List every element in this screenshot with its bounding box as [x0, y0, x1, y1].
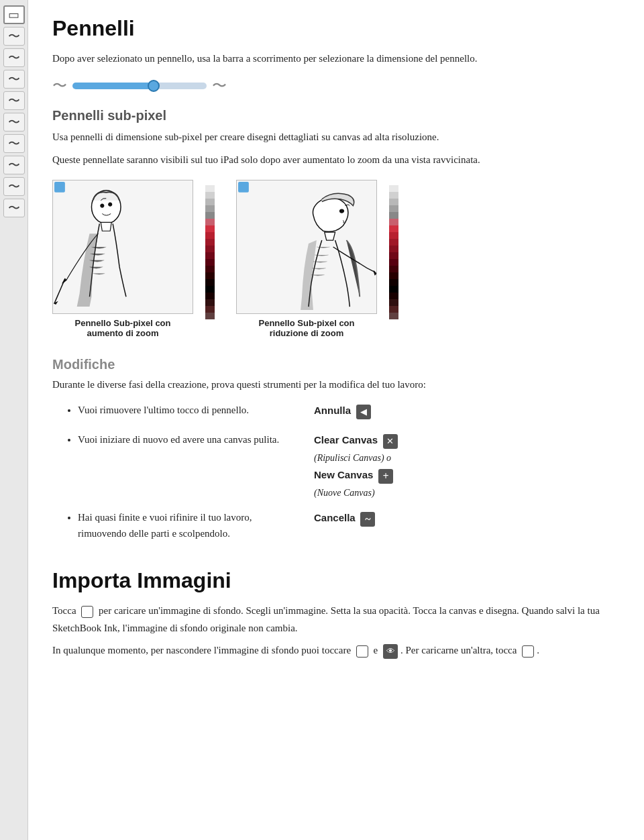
bullet-item-1: Vuoi rimuovere l'ultimo tocco di pennell… [78, 402, 301, 418]
modifiche-desc: Durante le diverse fasi della creazione,… [52, 376, 620, 392]
svg-rect-1 [54, 182, 65, 193]
bullet-col-2: Vuoi iniziare di nuovo ed avere una canv… [52, 431, 301, 453]
import-square-icon-3 [522, 645, 534, 658]
clear-canvas-parens: (Ripulisci Canvas) o [314, 453, 391, 463]
import-square-icon-1 [81, 606, 93, 618]
page-title: Pennelli [52, 16, 620, 41]
import-square-icon-2 [356, 645, 368, 658]
sidebar-item-1[interactable]: 〜 [3, 27, 25, 46]
subpixel-desc: Usa pennelli di dimensione sub-pixel per… [52, 129, 620, 145]
sidebar-item-7[interactable]: 〜 [3, 156, 25, 174]
sidebar-item-0[interactable]: ▭ [3, 5, 25, 24]
importa-section: Importa Immagini Tocca per caricare un'i… [52, 568, 620, 660]
image-subpixel-zoom-in [52, 180, 193, 314]
action-col-2: Clear Canvas (Ripulisci Canvas) o New Ca… [301, 431, 620, 501]
sidebar-item-3[interactable]: 〜 [3, 70, 25, 89]
modifiche-row-2: Vuoi iniziare di nuovo ed avere una canv… [52, 431, 620, 501]
importa-p2: In qualunque momento, per nascondere l'i… [52, 642, 620, 660]
image-block-1: Pennello Sub-pixel con aumento di zoom [52, 180, 193, 338]
cancella-label: Cancella [314, 512, 356, 523]
annulla-label: Annulla [314, 405, 351, 416]
sidebar-item-6[interactable]: 〜 [3, 134, 25, 153]
brush-size-slider-thumb[interactable] [148, 80, 160, 92]
action-col-1: Annulla [301, 402, 620, 420]
bullet-item-3: Hai quasi finite e vuoi rifinire il tuo … [78, 509, 301, 541]
main-content: Pennelli Dopo aver selezionato un pennel… [28, 0, 644, 840]
brush-size-slider-track[interactable] [72, 83, 207, 89]
new-canvas-icon [378, 469, 393, 484]
new-canvas-label: New Canvas [314, 469, 373, 480]
img2-caption: Pennello Sub-pixel con riduzione di zoom [239, 318, 374, 338]
subpixel-title: Pennelli sub-pixel [52, 108, 620, 123]
color-strip-left [205, 185, 215, 319]
importa-p1: Tocca per caricare un'immagine di sfondo… [52, 602, 620, 637]
new-canvas-parens: (Nuove Canvas) [314, 488, 375, 498]
slider-left-tilde: 〜 [52, 76, 67, 96]
modifiche-section: Modifiche Durante le diverse fasi della … [52, 357, 620, 547]
bullet-item-2: Vuoi iniziare di nuovo ed avere una canv… [78, 431, 301, 448]
sidebar-item-8[interactable]: 〜 [3, 177, 25, 196]
cancella-icon [360, 512, 375, 527]
subpixel-note: Queste pennellate saranno visibili sul t… [52, 152, 620, 168]
brush-size-slider-row: 〜 〜 [52, 76, 620, 96]
bullet-col-1: Vuoi rimuovere l'ultimo tocco di pennell… [52, 402, 301, 423]
modifiche-row-1: Vuoi rimuovere l'ultimo tocco di pennell… [52, 402, 620, 423]
slider-right-tilde: 〜 [212, 76, 227, 96]
image-subpixel-zoom-out [236, 180, 377, 314]
svg-rect-6 [238, 182, 249, 193]
sidebar-item-9[interactable]: 〜 [3, 199, 25, 217]
bullet-col-3: Hai quasi finite e vuoi rifinire il tuo … [52, 509, 301, 547]
sidebar-item-4[interactable]: 〜 [3, 91, 25, 110]
sidebar: ▭ 〜 〜 〜 〜 〜 〜 〜 〜 〜 [0, 0, 28, 840]
modifiche-row-3: Hai quasi finite e vuoi rifinire il tuo … [52, 509, 620, 547]
annulla-icon [356, 405, 371, 419]
images-row: Pennello Sub-pixel con aumento di zoom [52, 180, 620, 338]
modifiche-title: Modifiche [52, 357, 620, 372]
svg-point-7 [340, 209, 344, 213]
clear-canvas-icon [383, 434, 398, 449]
svg-rect-0 [53, 180, 193, 313]
clear-canvas-label: Clear Canvas [314, 434, 378, 445]
action-col-3: Cancella [301, 509, 620, 527]
image-block-2: Pennello Sub-pixel con riduzione di zoom [236, 180, 377, 338]
sidebar-item-2[interactable]: 〜 [3, 48, 25, 67]
sidebar-item-5[interactable]: 〜 [3, 113, 25, 132]
svg-point-3 [101, 204, 104, 207]
intro-text: Dopo aver selezionato un pennello, usa l… [52, 50, 620, 66]
importa-title: Importa Immagini [52, 568, 620, 593]
img1-caption: Pennello Sub-pixel con aumento di zoom [56, 318, 190, 338]
import-eye-icon: 👁 [383, 644, 398, 659]
color-strip-right [389, 185, 398, 319]
svg-point-4 [109, 203, 112, 206]
